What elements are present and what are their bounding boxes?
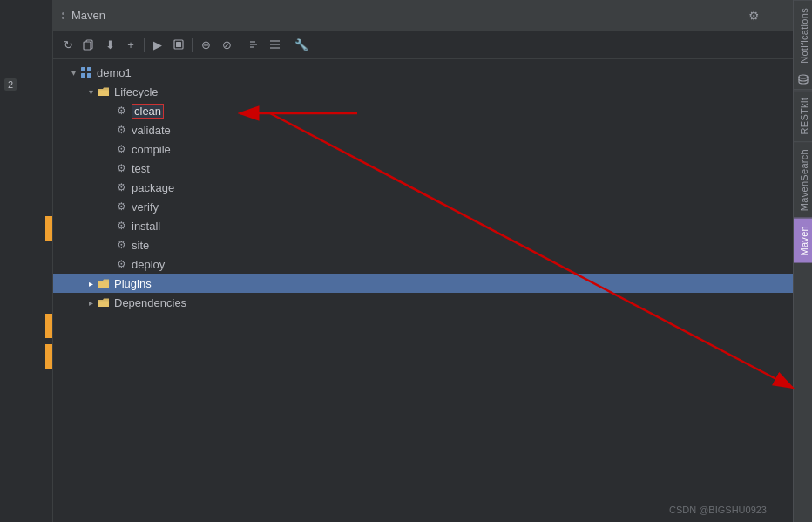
svg-rect-12 [87,73,91,78]
wrench-button[interactable]: 🔧 [292,36,311,55]
skip-button[interactable]: ⊘ [217,36,236,55]
compile-gear-icon: ⚙ [114,142,128,156]
verify-gear-icon: ⚙ [114,200,128,214]
expand-demo1[interactable] [67,66,79,78]
toolbar: ↻ ⬇ + ▶ ⊕ ⊘ [53,31,793,59]
tree-item-compile[interactable]: ⚙ compile [53,139,793,159]
minimize-button[interactable]: — [767,6,786,25]
compile-label: compile [132,143,171,156]
sidebar-tab-maven[interactable]: Maven [794,218,812,263]
tree-item-install[interactable]: ⚙ install [53,216,793,235]
marker-badge-1 [45,216,52,241]
drag-handle[interactable] [60,10,66,21]
header-actions: ⚙ — [744,6,786,25]
deploy-gear-icon: ⚙ [114,257,128,271]
package-label: package [132,181,174,194]
install-gear-icon: ⚙ [114,219,128,233]
svg-rect-0 [84,42,91,50]
tree-item-lifecycle[interactable]: Lifecycle [53,82,793,101]
panel-title: Maven [71,9,105,22]
svg-point-16 [799,75,808,78]
sidebar-tab-notifications[interactable]: Notifications [794,0,812,71]
module-icon [79,65,93,79]
sidebar-tab-mavensearch[interactable]: MavenSearch [794,141,812,218]
left-markers: 2 [0,0,52,522]
marker-badge-2 [45,314,52,338]
site-label: site [132,239,149,252]
expand-dependencies[interactable] [85,296,97,308]
lifecycle-folder-icon [97,85,111,98]
plugins-folder-icon [97,276,111,290]
dependencies-label: Dependencies [114,296,186,309]
toolbar-separator-2 [192,38,193,52]
sidebar-tab-database[interactable] [794,71,812,90]
settings-button[interactable]: ⚙ [744,6,763,25]
sidebar-tab-restkit[interactable]: RESTkit [794,90,812,141]
svg-rect-9 [81,67,85,71]
right-sidebar: Notifications RESTkit MavenSearch Maven [793,0,812,522]
run-button[interactable]: ▶ [148,36,167,55]
toolbar-separator-1 [144,38,145,52]
tree-item-package[interactable]: ⚙ package [53,178,793,197]
tree-item-validate[interactable]: ⚙ validate [53,120,793,139]
tree-item-clean[interactable]: ⚙ clean [53,101,793,120]
test-gear-icon: ⚙ [114,161,128,175]
download-button[interactable]: ⬇ [100,36,119,55]
demo1-label: demo1 [97,66,132,79]
number-badge: 2 [4,78,17,91]
lifecycle-label: Lifecycle [114,85,159,98]
install-label: install [132,220,160,233]
tree-item-deploy[interactable]: ⚙ deploy [53,254,793,274]
main-area: Maven ⚙ — ↻ ⬇ + ▶ [52,0,793,522]
verify-label: verify [132,200,159,214]
dependencies-folder-icon [97,295,111,309]
run-config-button[interactable] [169,36,188,55]
tree-view-button[interactable] [265,36,284,55]
reload-button[interactable]: ↻ [58,36,78,55]
watermark: CSDN @BIGSHU0923 [669,505,767,515]
tree-item-verify[interactable]: ⚙ verify [53,197,793,216]
test-label: test [132,162,150,175]
clean-gear-icon: ⚙ [114,104,128,118]
open-file-button[interactable] [79,36,98,55]
plugins-label: Plugins [114,277,152,290]
svg-rect-10 [87,67,91,71]
tree-item-demo1[interactable]: demo1 [53,63,793,82]
header-left: Maven [60,9,105,22]
sort-button[interactable] [244,36,263,55]
marker-badge-3 [45,344,52,369]
tree-item-site[interactable]: ⚙ site [53,235,793,254]
clean-label: clean [132,104,164,119]
toggle-button[interactable]: ⊕ [196,36,215,55]
toolbar-separator-3 [240,38,240,52]
tree-item-test[interactable]: ⚙ test [53,159,793,178]
toolbar-separator-4 [288,38,288,52]
site-gear-icon: ⚙ [114,238,128,252]
tree-item-plugins[interactable]: Plugins [53,274,793,293]
tree-item-dependencies[interactable]: Dependencies [53,293,793,312]
expand-lifecycle[interactable] [85,85,97,98]
svg-rect-11 [81,73,85,78]
add-button[interactable]: + [121,36,140,55]
tree-content[interactable]: demo1 Lifecycle ⚙ clean [53,59,793,522]
validate-gear-icon: ⚙ [114,123,128,137]
deploy-label: deploy [132,258,165,271]
svg-rect-2 [176,42,181,47]
maven-panel: Maven ⚙ — ↻ ⬇ + ▶ [52,0,793,522]
expand-plugins[interactable] [85,277,97,289]
package-gear-icon: ⚙ [114,180,128,194]
validate-label: validate [132,124,171,137]
panel-header: Maven ⚙ — [53,0,793,31]
